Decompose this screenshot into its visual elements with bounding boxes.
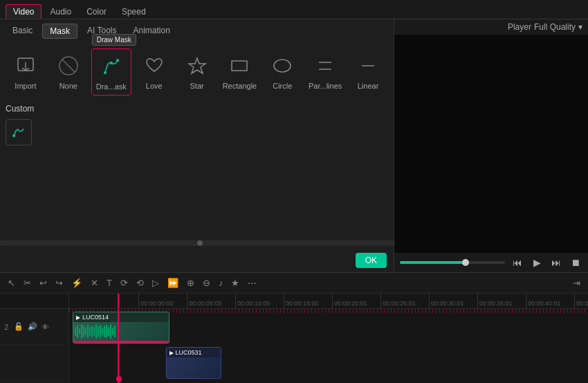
tl-tool-fx[interactable]: ★: [229, 278, 241, 288]
ruler-0: 00:00:00:00: [138, 294, 187, 308]
player-screen: [394, 35, 588, 253]
track-scroll-area[interactable]: 00:00:00:00 00:00:05:00 00:00:10:00 00:0…: [69, 294, 588, 383]
player-title: Player: [508, 22, 531, 32]
progress-thumb[interactable]: [462, 259, 469, 266]
track-lock-icon[interactable]: 🔓: [14, 322, 24, 331]
scroll-bar[interactable]: [0, 240, 394, 246]
ruler-marks: 00:00:00:00 00:00:05:00 00:00:10:00 00:0…: [69, 294, 588, 308]
mask-tools-area: Import None: [0, 43, 394, 238]
left-panel: Basic Mask AI Tools Animation: [0, 19, 394, 272]
main-area: Basic Mask AI Tools Animation: [0, 19, 588, 272]
svg-marker-7: [189, 58, 205, 73]
star-label: Star: [190, 82, 203, 90]
custom-label: Custom: [6, 104, 388, 114]
none-icon: [55, 53, 82, 79]
par-lines-icon: [312, 53, 338, 79]
rectangle-label: Rectangle: [223, 82, 257, 90]
circle-icon: [269, 53, 295, 79]
ruler-9: 00:00:45:: [574, 294, 588, 308]
subtab-mask[interactable]: Mask: [42, 24, 77, 39]
tl-tool-zoom-in[interactable]: ⊕: [185, 278, 196, 288]
track-3-controls: [0, 345, 68, 381]
rewind-button[interactable]: ⏮: [511, 257, 524, 268]
svg-point-13: [12, 134, 15, 137]
svg-point-9: [274, 60, 291, 72]
subtab-basic[interactable]: Basic: [6, 24, 39, 39]
mask-par-lines[interactable]: Par...lines: [305, 48, 345, 96]
progress-bar[interactable]: [400, 261, 505, 264]
ruler-3: 00:00:15:00: [284, 294, 332, 308]
circle-label: Circle: [273, 82, 292, 90]
ok-button-area: OK: [0, 249, 394, 272]
timeline-content: 2 🔓 🔊 👁 00:00:00:00 00:00:05:00 00:00:10…: [0, 294, 588, 383]
svg-point-6: [116, 59, 119, 62]
video-clip-1[interactable]: ▶ LUC0514: [73, 312, 169, 344]
draw-mask-label: Dra...ask: [96, 82, 127, 91]
tl-tool-rotate[interactable]: ⟳: [118, 278, 130, 288]
mask-star[interactable]: Star: [177, 48, 217, 96]
mask-none[interactable]: None: [48, 48, 89, 96]
track-audio-icon[interactable]: 🔊: [28, 322, 37, 331]
tl-tool-speed[interactable]: ⏩: [165, 278, 181, 288]
love-icon: [141, 53, 167, 79]
track-labels: 2 🔓 🔊 👁: [0, 294, 69, 383]
mask-draw[interactable]: Dra...ask Draw Mask: [91, 48, 131, 96]
tab-video[interactable]: Video: [6, 4, 42, 19]
tl-tool-cut[interactable]: ✂: [21, 278, 33, 288]
mask-items-row: Import None: [6, 48, 388, 96]
tl-tool-play[interactable]: ▷: [150, 278, 161, 288]
sub-tab-bar: Basic Mask AI Tools Animation: [0, 19, 394, 43]
tab-audio[interactable]: Audio: [43, 5, 78, 19]
playhead-line: [118, 309, 119, 383]
mask-linear[interactable]: Linear: [348, 48, 388, 96]
tab-speed[interactable]: Speed: [115, 5, 153, 19]
mask-rectangle[interactable]: Rectangle: [220, 48, 260, 96]
track-eye-icon[interactable]: 👁: [42, 323, 49, 331]
timeline-area: ↖ ✂ ↩ ↪ ⚡ ✕ T ⟳ ⟲ ▷ ⏩ ⊕ ⊖ ♪ ★ ⋯ ⇥ 2 🔓 🔊 …: [0, 272, 588, 383]
tl-tool-split[interactable]: ⚡: [69, 278, 84, 288]
ruler-5: 00:00:25:01: [380, 294, 429, 308]
ruler-8: 00:00:40:01: [526, 294, 574, 308]
import-icon: [12, 53, 39, 79]
ok-button[interactable]: OK: [356, 253, 387, 268]
tl-tool-redo[interactable]: ↪: [53, 278, 65, 288]
tl-tool-delete[interactable]: ✕: [89, 278, 100, 288]
timeline-ruler: 00:00:00:00 00:00:05:00 00:00:10:00 00:0…: [69, 294, 588, 309]
tl-tool-text[interactable]: T: [104, 278, 114, 288]
tl-tool-undo[interactable]: ↩: [37, 278, 49, 288]
custom-section: Custom: [6, 104, 388, 145]
draw-mask-tooltip: Draw Mask: [92, 34, 136, 46]
svg-point-4: [104, 71, 107, 74]
custom-draw-tool[interactable]: [6, 119, 32, 145]
linear-icon: [355, 53, 381, 79]
top-tab-bar: Video Audio Color Speed: [0, 0, 588, 19]
ruler-7: 00:00:35:01: [477, 294, 526, 308]
mask-circle[interactable]: Circle: [262, 48, 302, 96]
tl-tool-zoom-out[interactable]: ⊖: [201, 278, 212, 288]
clip-1-bottom: [73, 341, 169, 343]
chevron-down-icon[interactable]: ▾: [578, 22, 582, 32]
tab-color[interactable]: Color: [80, 5, 113, 19]
tl-tool-more[interactable]: ⋯: [246, 278, 259, 288]
ruler-spacer: [0, 294, 68, 309]
linear-label: Linear: [358, 82, 379, 90]
play-button[interactable]: ▶: [530, 257, 544, 268]
mask-import[interactable]: Import: [6, 48, 46, 96]
player-quality[interactable]: Full Quality: [534, 22, 576, 32]
video-clip-2[interactable]: ▶ LUC0531: [166, 347, 221, 379]
mask-love[interactable]: Love: [134, 48, 174, 96]
scroll-indicator: [197, 240, 203, 246]
tl-tool-flip[interactable]: ⟲: [134, 278, 146, 288]
draw-mask-icon: [98, 53, 125, 80]
ruler-1: 00:00:05:00: [187, 294, 235, 308]
tl-tool-audio[interactable]: ♪: [217, 278, 226, 288]
tracks-content: ▶ LUC0514: [69, 309, 588, 383]
svg-point-5: [110, 62, 113, 64]
tl-tool-end[interactable]: ⇥: [571, 278, 582, 288]
right-panel: Player Full Quality ▾ ⏮ ▶ ⏭ ⏹: [394, 19, 588, 272]
clip-1-icon: ▶: [76, 314, 80, 321]
svg-rect-8: [232, 61, 247, 71]
stop-button[interactable]: ⏹: [569, 257, 582, 268]
fast-forward-button[interactable]: ⏭: [549, 257, 563, 268]
tl-tool-select[interactable]: ↖: [6, 278, 17, 288]
